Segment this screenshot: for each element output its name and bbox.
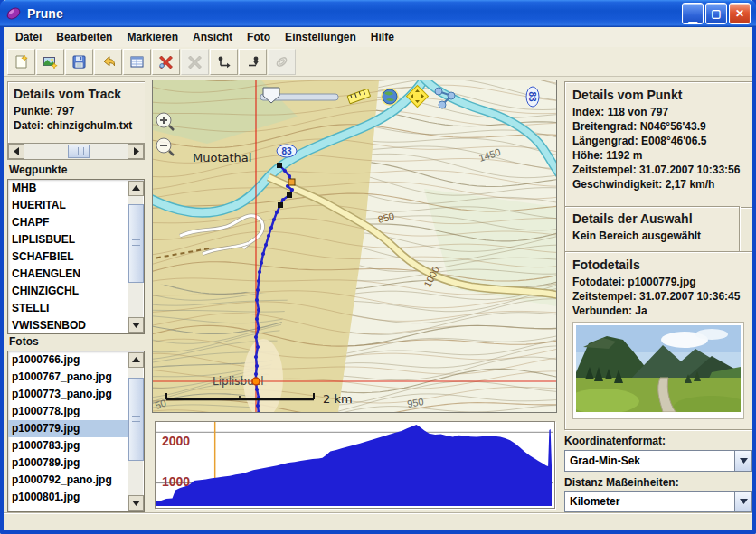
menu-bearbeiten[interactable]: Bearbeiten [50, 29, 118, 45]
waypoint-item[interactable]: CHINZIGCHL [8, 283, 144, 300]
svg-text:83: 83 [527, 91, 537, 102]
scroll-up-arrow-icon[interactable] [128, 352, 144, 368]
chart-ytick-label: 2000 [162, 434, 190, 448]
application-window: Prune ▁ ▢ ✕ DateiBearbeitenMarkierenAnsi… [0, 0, 756, 534]
detail-line: Breitengrad: N046°56'43.9 [572, 119, 748, 134]
menu-einstellungen[interactable]: Einstellungen [279, 29, 363, 45]
set-range-start-icon [216, 54, 232, 70]
connect-photo-button[interactable] [268, 49, 296, 75]
map-canvas[interactable]: 850 1450 1000 950 50 Muotathal Liplisbue… [152, 80, 557, 413]
menu-foto[interactable]: Foto [241, 29, 277, 45]
waypoints-label: Wegpunkte [9, 164, 67, 176]
detail-line: Kein Bereich ausgewählt [572, 229, 732, 243]
chevron-down-icon[interactable] [734, 492, 751, 511]
add-photo-button[interactable] [36, 49, 64, 75]
map-scale-label: 2 km [323, 392, 353, 406]
photo-item[interactable]: p1000792_pano.jpg [8, 472, 144, 489]
waypoint-marker [277, 163, 282, 168]
road-number-badge: 83 [526, 87, 539, 107]
menu-ansicht[interactable]: Ansicht [186, 29, 239, 45]
photos-scroll-thumb[interactable] [128, 378, 144, 461]
new-file-button[interactable] [7, 49, 35, 75]
close-button[interactable]: ✕ [729, 3, 751, 24]
track-position-thumb[interactable] [68, 145, 90, 158]
detail-line: Zeitstempel: 31.07.2007 10:36:45 [572, 289, 748, 304]
coordinate-format-label: Koordinatenformat: [564, 435, 666, 447]
set-range-end-button[interactable] [239, 49, 267, 75]
scroll-down-arrow-icon[interactable] [128, 495, 144, 511]
photo-item[interactable]: p1000779.jpg [8, 420, 144, 437]
waypoints-scroll-thumb[interactable] [128, 204, 144, 283]
set-range-end-icon [245, 54, 260, 70]
track-file-name: Datei: chinzigchulm.txt [14, 118, 149, 133]
photo-item[interactable]: p1000789.jpg [8, 454, 144, 472]
menu-markieren[interactable]: Markieren [120, 29, 184, 45]
add-photo-icon [43, 54, 58, 70]
distance-units-label: Distanz Maßeinheiten: [564, 476, 679, 489]
waypoint-item[interactable]: MHB [8, 180, 144, 197]
detail-line: Index: 118 von 797 [572, 105, 748, 119]
menu-datei[interactable]: Datei [9, 29, 48, 45]
undo-button[interactable] [94, 49, 122, 75]
waypoint-item[interactable]: CHAENGLEN [8, 266, 144, 283]
set-range-start-button[interactable] [210, 49, 238, 75]
photos-scrollbar[interactable] [128, 352, 143, 511]
photo-item[interactable]: p1000773_pano.jpg [8, 386, 144, 403]
photo-item[interactable]: p1000801.jpg [8, 489, 144, 506]
scroll-right-arrow-icon[interactable] [128, 144, 144, 159]
waypoint-marker [278, 202, 283, 208]
detail-line: Geschwindigkeit: 2,17 km/h [572, 177, 748, 192]
delete-range-icon [187, 54, 203, 70]
map-town-label: Muotathal [193, 151, 251, 164]
edit-point-button[interactable] [123, 49, 151, 75]
scroll-up-arrow-icon[interactable] [128, 181, 144, 196]
waypoint-item[interactable]: CHAPF [8, 214, 144, 231]
delete-range-button[interactable] [181, 49, 209, 75]
menu-bar: DateiBearbeitenMarkierenAnsichtFotoEinst… [4, 27, 752, 48]
photo-item[interactable]: p1000767_pano.jpg [8, 369, 144, 386]
waypoint-item[interactable]: STELLI [8, 300, 144, 317]
detail-line: Fotodatei: p1000779.jpg [572, 275, 748, 289]
elevation-profile-chart[interactable]: 20001000 [155, 421, 555, 509]
photos-list[interactable]: p1000766.jpgp1000767_pano.jpgp1000773_pa… [7, 351, 145, 512]
status-bar [4, 513, 752, 530]
track-points-count: Punkte: 797 [14, 104, 149, 118]
waypoints-list[interactable]: MHBHUERITALCHAPFLIPLISBUELSCHAFBIELCHAEN… [7, 179, 145, 334]
connect-photo-icon [274, 54, 289, 70]
point-details-title: Details vom Punkt [572, 88, 748, 102]
scroll-left-arrow-icon[interactable] [8, 144, 24, 159]
photos-label: Fotos [9, 335, 39, 348]
photo-point-marker [288, 179, 295, 185]
scroll-down-arrow-icon[interactable] [128, 317, 144, 333]
photo-item[interactable]: p1000766.jpg [8, 351, 144, 369]
selected-point-marker [252, 378, 260, 385]
waypoints-scrollbar[interactable] [128, 181, 143, 333]
detail-line: Verbunden: Ja [572, 304, 748, 318]
left-splitter[interactable] [145, 78, 152, 511]
maximize-button[interactable]: ▢ [705, 3, 727, 24]
detail-line: Höhe: 1192 m [572, 148, 748, 163]
distance-units-value: Kilometer [565, 495, 734, 508]
track-position-scrollbar[interactable] [7, 143, 145, 160]
waypoint-item[interactable]: VWISSENBOD [8, 317, 144, 334]
waypoint-item[interactable]: SCHAFBIEL [8, 248, 144, 266]
waypoint-item[interactable]: LIPLISBUEL [8, 231, 144, 248]
minimize-button[interactable]: ▁ [682, 3, 704, 24]
coordinate-format-select[interactable]: Grad-Min-Sek [564, 450, 752, 472]
delete-point-icon [158, 54, 174, 70]
distance-units-select[interactable]: Kilometer [564, 491, 752, 512]
road-number-badge: 83 [277, 145, 297, 157]
map-mode-globe-icon[interactable] [381, 88, 399, 106]
photo-item[interactable]: p1000778.jpg [8, 403, 144, 420]
delete-point-button[interactable] [152, 49, 180, 75]
chevron-down-icon[interactable] [734, 451, 751, 471]
save-button[interactable] [65, 49, 93, 75]
track-details-panel: Details vom Track Punkte: 797 Datei: chi… [7, 81, 156, 150]
photo-item[interactable]: p1000783.jpg [8, 437, 144, 454]
title-bar: Prune ▁ ▢ ✕ [0, 0, 756, 27]
selection-details-title: Details der Auswahl [572, 211, 732, 226]
elevation-area [156, 425, 552, 506]
photo-thumbnail [576, 325, 741, 412]
menu-hilfe[interactable]: Hilfe [364, 29, 401, 45]
waypoint-item[interactable]: HUERITAL [8, 197, 144, 214]
